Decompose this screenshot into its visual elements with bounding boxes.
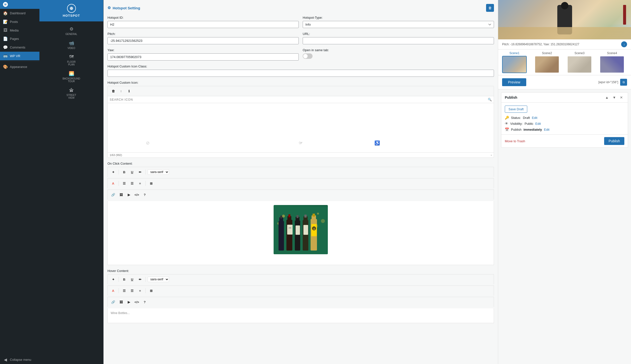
- table-btn-2[interactable]: ⊞: [148, 287, 154, 294]
- wpvr-video[interactable]: 📹 VIDEO: [40, 38, 103, 52]
- font-select-2[interactable]: sans-serif: [148, 277, 169, 282]
- font-select[interactable]: sans-serif: [148, 169, 169, 175]
- scene-item-2[interactable]: Scene2: [531, 52, 563, 73]
- custom-icon-group: Hotspot Custom Icon: 🗑 ↑ ℹ 🔍 ⊘ ☞ ♿ ⏏ 👤: [107, 81, 494, 158]
- sparkle-btn-2[interactable]: ✦: [110, 276, 117, 283]
- wpvr-general[interactable]: ⚙ GENERAL: [40, 24, 103, 38]
- publish-button[interactable]: Publish: [604, 137, 624, 145]
- move-to-trash-link[interactable]: Move to Trash: [505, 139, 525, 143]
- hotspot-type-select[interactable]: Info URL Scene: [303, 21, 494, 28]
- icon-up-btn[interactable]: ↑: [118, 88, 124, 94]
- scene-item-4[interactable]: Scene4: [596, 52, 628, 73]
- sidebar-item-label: WP VR: [10, 54, 20, 58]
- list-ordered-btn-2[interactable]: ☰: [129, 287, 136, 294]
- onclick-editor-content[interactable]: JONI: [107, 201, 494, 265]
- hotspot-id-input[interactable]: [107, 21, 299, 28]
- help-btn[interactable]: ?: [141, 191, 148, 198]
- icon-cell[interactable]: ⊘: [110, 105, 186, 152]
- publish-when-edit-link[interactable]: Edit: [544, 128, 549, 132]
- icon-trash-btn[interactable]: 🗑: [110, 88, 117, 94]
- list-unordered-btn[interactable]: ☰: [121, 180, 128, 187]
- icon-cell[interactable]: ☞: [263, 105, 339, 152]
- publish-close-btn[interactable]: ✕: [618, 95, 624, 100]
- list-ordered-btn[interactable]: ☰: [129, 180, 136, 187]
- hover-content-group: Hover Content: ✦ B U ✏ sans-serif A ☰ ☰ …: [107, 269, 494, 323]
- preview-button[interactable]: Preview: [502, 78, 526, 86]
- help-btn-2[interactable]: ?: [141, 298, 148, 306]
- icon-cell[interactable]: [186, 105, 262, 152]
- same-tab-toggle[interactable]: [303, 54, 313, 59]
- sparkle-btn[interactable]: ✦: [110, 168, 117, 176]
- right-panel: Pitch: -16.8268964918878752, Yaw: 151.28…: [498, 0, 631, 364]
- svg-rect-6: [279, 221, 284, 250]
- floor-plan-label: FLOORPLAN: [67, 60, 75, 66]
- sidebar-item-comments[interactable]: 💬 Comments: [0, 43, 40, 52]
- font-color-btn-2[interactable]: A: [110, 287, 117, 294]
- url-input[interactable]: [303, 37, 494, 44]
- panorama-preview: [498, 0, 631, 40]
- bold-btn-2[interactable]: B: [121, 276, 128, 283]
- sidebar-item-dashboard[interactable]: 🏠 Dashboard: [0, 9, 40, 18]
- icon-cell[interactable]: ♿: [339, 105, 415, 152]
- copy-shortcode-button[interactable]: ⧉: [620, 79, 627, 86]
- edit-btn[interactable]: ✏: [137, 168, 143, 176]
- scene1-image: [503, 56, 526, 72]
- hotspot-type-group: Hotspot-Type: Info URL Scene: [303, 16, 494, 28]
- site-logo[interactable]: W: [0, 0, 40, 9]
- wpvr-icon: 🥽: [3, 54, 8, 58]
- bold-btn[interactable]: B: [121, 168, 128, 176]
- custom-icon-class-label: Hotspot Custom Icon Class:: [107, 64, 494, 68]
- background-tour-icon: 🌅: [69, 71, 74, 76]
- sidebar-item-media[interactable]: 🖼 Media: [0, 26, 40, 34]
- underline-btn[interactable]: U: [129, 168, 136, 176]
- delete-hotspot-button[interactable]: 🗑: [486, 4, 494, 12]
- sidebar-item-appearance[interactable]: 🎨 Appearance: [0, 62, 40, 71]
- font-color-btn[interactable]: A: [110, 180, 117, 187]
- code-btn[interactable]: </>: [133, 191, 140, 198]
- icon-search-input[interactable]: [110, 98, 487, 102]
- image-btn[interactable]: 🖼: [118, 191, 124, 198]
- media-btn-2[interactable]: ▶: [125, 298, 132, 306]
- icon-cell[interactable]: [416, 105, 492, 152]
- status-edit-link[interactable]: Edit: [532, 116, 537, 120]
- video-icon: 📹: [69, 40, 74, 46]
- publish-when-label: Publish: [511, 128, 522, 132]
- download-icon[interactable]: ↓: [621, 41, 627, 47]
- table-btn[interactable]: ⊞: [148, 180, 154, 187]
- scene-item-3[interactable]: Scene3: [563, 52, 596, 73]
- pagination-arrow[interactable]: ›: [491, 154, 492, 156]
- hover-toolbar-1: ✦ B U ✏ sans-serif: [107, 274, 494, 284]
- sidebar-item-collapse[interactable]: ◀ Collapse menu: [0, 356, 40, 364]
- yaw-input[interactable]: [107, 54, 299, 60]
- edit-btn-2[interactable]: ✏: [137, 276, 143, 283]
- link-btn[interactable]: 🔗: [110, 191, 117, 198]
- image-btn-2[interactable]: 🖼: [118, 298, 124, 306]
- align-btn-2[interactable]: ≡: [137, 287, 143, 294]
- hover-toolbar-3: 🔗 🖼 ▶ </> ?: [107, 297, 494, 307]
- link-btn-2[interactable]: 🔗: [110, 298, 117, 306]
- pitch-input[interactable]: [107, 37, 299, 44]
- publish-collapse-up-btn[interactable]: ▲: [604, 95, 610, 100]
- wpvr-floor-plan[interactable]: 🗺 FLOORPLAN: [40, 52, 103, 68]
- sidebar-item-wpvr[interactable]: 🥽 WP VR: [0, 52, 40, 60]
- scene-item-1[interactable]: Scene1: [498, 52, 531, 73]
- list-unordered-btn-2[interactable]: ☰: [121, 287, 128, 294]
- media-btn[interactable]: ▶: [125, 191, 132, 198]
- visibility-edit-link[interactable]: Edit: [535, 122, 541, 126]
- wine-image-container: JONI: [110, 203, 492, 256]
- code-btn-2[interactable]: </>: [133, 298, 140, 306]
- sidebar-item-pages[interactable]: 📄 Pages: [0, 34, 40, 43]
- publish-collapse-down-btn[interactable]: ▼: [611, 95, 617, 100]
- hover-editor-content[interactable]: Wine Bottles...: [107, 308, 494, 323]
- wpvr-street-view[interactable]: 🛣 STREETVIEW: [40, 85, 103, 101]
- wpvr-background-tour[interactable]: 🌅 BACKGROUNDTOUR: [40, 68, 103, 85]
- svg-rect-8: [280, 216, 282, 218]
- save-draft-button[interactable]: Save Draft: [505, 106, 527, 113]
- custom-icon-class-input[interactable]: [107, 70, 494, 77]
- align-btn[interactable]: ≡: [137, 180, 143, 187]
- icon-info-btn[interactable]: ℹ: [125, 88, 132, 94]
- hotspot-tab[interactable]: ⊕ HOTSPOT: [40, 0, 103, 22]
- sidebar-item-posts[interactable]: 📝 Posts: [0, 18, 40, 26]
- underline-btn-2[interactable]: U: [129, 276, 136, 283]
- svg-rect-11: [288, 214, 290, 217]
